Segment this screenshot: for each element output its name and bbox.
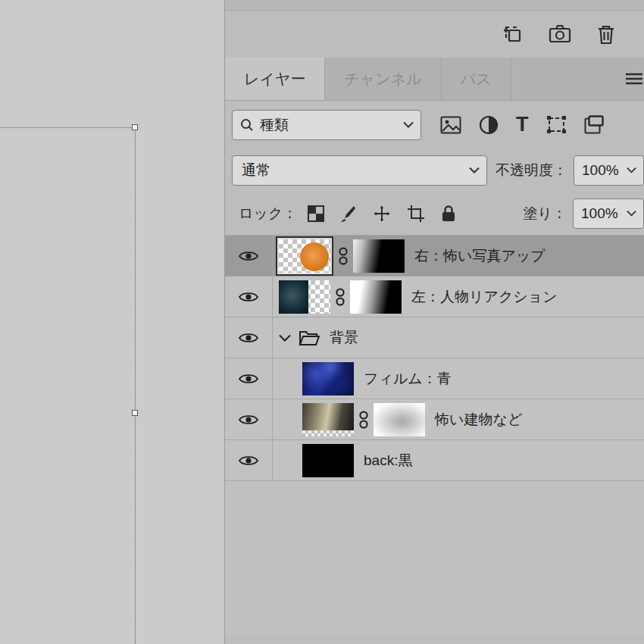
group-header <box>279 330 320 346</box>
selection-marquee-horizontal <box>0 127 136 128</box>
layer-mask-thumbnail[interactable] <box>353 239 405 273</box>
layer-name[interactable]: back:黒 <box>364 451 412 470</box>
chevron-down-icon <box>627 167 636 174</box>
trash-icon[interactable] <box>597 24 615 45</box>
blend-mode-row: 通常 不透明度： 100% <box>225 148 644 192</box>
lock-label: ロック： <box>239 204 297 224</box>
chevron-down-icon <box>469 167 480 174</box>
layer-thumbnail[interactable] <box>302 444 354 477</box>
visibility-toggle[interactable] <box>225 399 273 439</box>
mask-link-icon[interactable] <box>358 410 369 430</box>
layer-name[interactable]: フィルム：青 <box>364 369 452 389</box>
adjustment-layer-filter-icon[interactable] <box>479 115 499 135</box>
chevron-down-icon <box>627 210 636 217</box>
new-layer-icon[interactable] <box>503 24 523 44</box>
layer-thumbnail[interactable] <box>302 403 354 436</box>
thumbnail-photo <box>279 280 308 314</box>
lock-position-icon[interactable] <box>373 205 391 223</box>
visibility-toggle[interactable] <box>225 236 273 276</box>
fill-control: 塗り： 100% <box>524 199 644 229</box>
transform-handle[interactable] <box>132 410 138 416</box>
lock-icons <box>308 205 456 223</box>
filter-kind-icons: T <box>440 114 604 135</box>
visibility-toggle[interactable] <box>225 358 273 399</box>
fill-dropdown[interactable]: 100% <box>573 199 644 229</box>
layer-row-1[interactable]: 左：人物リアクション <box>225 277 644 317</box>
tab-channels[interactable]: チャンネル <box>325 58 441 100</box>
thumbnail-orange-shape <box>300 242 329 271</box>
smart-object-filter-icon[interactable] <box>584 115 604 134</box>
group-expand-chevron-icon[interactable] <box>279 334 291 342</box>
opacity-label: 不透明度： <box>496 161 567 180</box>
opacity-value: 100% <box>582 162 619 179</box>
layer-name[interactable]: 左：人物リアクション <box>411 287 558 307</box>
tab-layers-label: レイヤー <box>244 69 305 89</box>
selection-marquee-vertical <box>135 127 136 644</box>
tab-paths-label: パス <box>461 69 492 89</box>
mask-link-icon[interactable] <box>338 246 349 266</box>
lock-row: ロック： <box>225 192 644 235</box>
layer-thumbnail[interactable] <box>302 362 354 395</box>
transform-handle[interactable] <box>132 124 138 130</box>
layer-name[interactable]: 右：怖い写真アップ <box>414 246 546 266</box>
layer-thumbnail[interactable] <box>279 280 330 314</box>
type-layer-filter-icon[interactable]: T <box>516 114 529 135</box>
fill-label: 塗り： <box>524 204 567 224</box>
tab-paths[interactable]: パス <box>442 58 511 100</box>
opacity-dropdown[interactable]: 100% <box>574 155 644 186</box>
layer-row-4[interactable]: 怖い建物など <box>225 399 644 440</box>
shape-layer-filter-icon[interactable] <box>546 115 567 134</box>
layer-list: 右：怖い写真アップ 左：人物リアクション <box>225 235 644 481</box>
lock-all-icon[interactable] <box>441 205 456 223</box>
layer-list-empty-area <box>225 481 644 636</box>
layer-row-0[interactable]: 右：怖い写真アップ <box>225 236 644 277</box>
layers-panel: レイヤー チャンネル パス 種類 <box>224 0 644 644</box>
panel-toolbar <box>225 11 644 58</box>
thumbnail-transparency-strip <box>302 430 354 436</box>
visibility-toggle[interactable] <box>225 440 273 480</box>
layer-name[interactable]: 怖い建物など <box>435 410 522 430</box>
document-canvas[interactable] <box>0 0 224 644</box>
layer-filter-row: 種類 T <box>225 101 644 148</box>
fill-value: 100% <box>581 205 618 222</box>
camera-icon[interactable] <box>549 24 571 44</box>
layer-row-5[interactable]: back:黒 <box>225 440 644 481</box>
filter-type-dropdown[interactable]: 種類 <box>232 110 421 140</box>
lock-transparency-icon[interactable] <box>308 205 324 222</box>
layer-mask-thumbnail[interactable] <box>350 280 402 314</box>
panel-menu-button[interactable] <box>626 58 644 100</box>
mask-link-icon[interactable] <box>335 287 345 307</box>
layer-row-2[interactable]: 背景 <box>225 317 644 358</box>
panel-top-divider <box>225 0 644 11</box>
layer-name[interactable]: 背景 <box>330 328 358 348</box>
chevron-down-icon <box>403 121 414 128</box>
layer-mask-thumbnail[interactable] <box>374 403 425 436</box>
tab-layers[interactable]: レイヤー <box>225 58 325 100</box>
pixel-layer-filter-icon[interactable] <box>440 116 461 134</box>
lock-pixels-brush-icon[interactable] <box>340 205 357 223</box>
visibility-toggle[interactable] <box>225 277 273 317</box>
blend-mode-value: 通常 <box>242 161 270 180</box>
layer-thumbnail-frame <box>276 236 333 276</box>
layer-thumbnail[interactable] <box>279 239 330 273</box>
folder-icon[interactable] <box>299 330 320 346</box>
filter-type-value: 種類 <box>260 115 289 135</box>
blend-mode-dropdown[interactable]: 通常 <box>232 155 487 186</box>
tab-channels-label: チャンネル <box>344 69 421 89</box>
layer-row-3[interactable]: フィルム：青 <box>225 358 644 399</box>
visibility-toggle[interactable] <box>225 317 273 358</box>
panel-tabbar: レイヤー チャンネル パス <box>225 58 644 101</box>
lock-artboard-icon[interactable] <box>407 205 425 223</box>
search-icon <box>240 118 254 132</box>
